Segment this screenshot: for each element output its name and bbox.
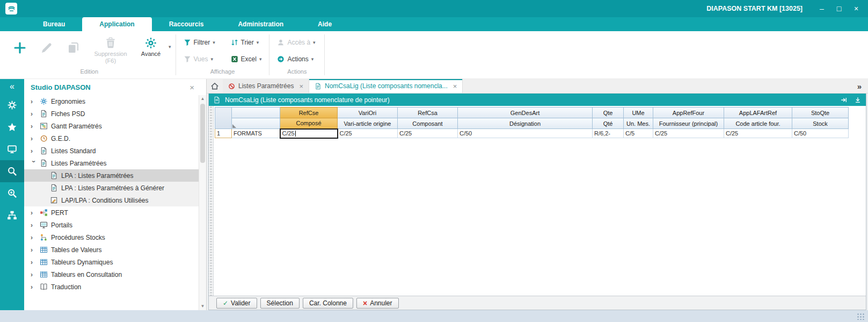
sort-button[interactable]: Trier ▾ (228, 35, 262, 49)
tree-item-fiches-psd[interactable]: ›Fiches PSD (24, 108, 206, 120)
grid-corner-cell[interactable] (215, 108, 232, 129)
panel-close-icon[interactable]: × (189, 83, 194, 92)
cell-r1-c9[interactable]: C/50 (792, 129, 849, 138)
activity-item-monitor[interactable] (0, 138, 24, 160)
column-sublabel-ume[interactable]: Un. Mes. (624, 118, 653, 129)
actions-dropdown-arrow[interactable]: ▾ (311, 56, 314, 62)
tree-item-traduction[interactable]: ›Traduction (24, 281, 206, 293)
export-icon[interactable] (854, 96, 862, 104)
activity-item-search[interactable] (0, 160, 24, 182)
car-colonne-button[interactable]: Car. Colonne (303, 298, 353, 309)
menu-item-aide[interactable]: Aide (301, 17, 349, 31)
tab-close-icon[interactable]: × (453, 82, 457, 90)
resize-grip[interactable] (857, 313, 865, 320)
column-header-refcsa[interactable]: RefCsa (398, 108, 458, 118)
column-header-stoqte[interactable]: StoQte (792, 108, 849, 118)
chevron-right-icon[interactable]: › (31, 98, 37, 105)
menu-item-raccourcis[interactable]: Raccourcis (152, 17, 221, 31)
cell-r1-c6[interactable]: C/5 (624, 129, 653, 138)
tree-item-listes-standard[interactable]: ›Listes Standard (24, 145, 206, 157)
s-lection-button[interactable]: Sélection (260, 298, 300, 309)
scrollbar-thumb[interactable] (200, 104, 205, 163)
goto-last-icon[interactable] (840, 96, 848, 104)
column-sublabel-refcse[interactable]: Composé (280, 118, 338, 129)
cell-r1-c4[interactable]: C/50 (458, 129, 593, 138)
filter-button[interactable]: Filtrer ▾ (180, 35, 227, 49)
activity-item-search-plus[interactable] (0, 182, 24, 204)
tree-item-portails[interactable]: ›Portails (24, 219, 206, 231)
home-tab-button[interactable] (207, 79, 223, 93)
sort-dropdown-arrow[interactable]: ▾ (257, 40, 259, 45)
close-button[interactable]: × (850, 4, 863, 13)
grid-vertical-scrollbar[interactable] (209, 106, 214, 296)
column-sublabel-variori[interactable]: Vari-article origine (338, 118, 398, 129)
add-button[interactable] (8, 35, 32, 60)
column-header-applafartref[interactable]: AppLAFArtRef (724, 108, 792, 118)
tab-listes-param-tr-es[interactable]: Listes Paramétrées× (223, 79, 309, 93)
column-header-refcse[interactable]: RefCse (280, 108, 338, 118)
filter-dropdown-arrow[interactable]: ▾ (213, 40, 215, 45)
column-sublabel-qte[interactable]: Qté (593, 118, 624, 129)
annuler-button[interactable]: ×Annuler (356, 298, 399, 309)
scroll-up-icon[interactable]: ▲ (199, 95, 206, 103)
cell-r1-c8[interactable]: C/25 (724, 129, 792, 138)
tab-nomcsalig-liste-composants-nom[interactable]: NomCsaLig (Liste composants nomencla...× (309, 79, 463, 93)
tree-item-lpa-listes-param-tr-es-g-n-rer[interactable]: LPA : Listes Paramétrées à Générer (24, 182, 206, 194)
cell-r1-c3[interactable]: C/25 (398, 129, 458, 138)
chevron-right-icon[interactable]: › (31, 135, 37, 142)
column-sublabel-stoqte[interactable]: Stock (792, 118, 849, 129)
column-header-appreffour[interactable]: AppRefFour (653, 108, 724, 118)
column-sublabel-applafartref[interactable]: Code article four. (724, 118, 792, 129)
activity-item-sitemap[interactable] (0, 204, 24, 226)
excel-button[interactable]: Excel ▾ (228, 52, 265, 66)
maximize-button[interactable]: □ (833, 4, 845, 13)
cell-r1-c0[interactable]: FORMATS (232, 129, 280, 138)
column-header-gendesart[interactable]: GenDesArt (458, 108, 593, 118)
chevron-right-icon[interactable]: › (31, 259, 37, 266)
menu-item-bureau[interactable]: Bureau (26, 17, 82, 31)
column-sublabel-refcsa[interactable]: Composant (398, 118, 458, 129)
menu-item-application[interactable]: Application (82, 17, 151, 31)
chevron-right-icon[interactable]: › (31, 283, 37, 291)
chevron-right-icon[interactable]: › (31, 110, 37, 118)
excel-dropdown-arrow[interactable]: ▾ (259, 56, 262, 62)
column-header-variori[interactable]: VariOri (338, 108, 398, 118)
chevron-right-icon[interactable]: › (31, 271, 37, 278)
chevron-right-icon[interactable]: › (31, 221, 37, 229)
cell-editor[interactable]: C/25 (280, 129, 338, 138)
chevron-right-icon[interactable]: › (31, 209, 37, 217)
tree-item-tableurs-dynamiques[interactable]: ›Tableurs Dynamiques (24, 256, 206, 268)
advanced-dropdown-arrow[interactable]: ▾ (169, 44, 171, 49)
cell-r1-c2[interactable]: C/25 (338, 129, 398, 138)
advanced-button[interactable]: Avancé (135, 35, 166, 58)
tree-item-lap-lpa-conditions-utilis-es[interactable]: LAP/LPA : Conditions Utilisées (24, 194, 206, 206)
column-header-ume[interactable]: UMe (624, 108, 653, 118)
chevron-right-icon[interactable]: › (31, 123, 37, 130)
tree-item-ergonomies[interactable]: ›Ergonomies (24, 95, 206, 108)
chevron-down-icon[interactable]: › (30, 160, 38, 166)
tab-overflow-button[interactable]: » (851, 79, 868, 93)
actions-button[interactable]: Actions ▾ (274, 52, 320, 66)
cell-r1-c7[interactable]: C/25 (653, 129, 724, 138)
tree-item-pert[interactable]: ›PERT (24, 206, 206, 219)
tree-item-listes-param-tr-es[interactable]: ›Listes Paramétrées (24, 157, 206, 169)
cell-r1-c5[interactable]: R/6,2- (593, 129, 624, 138)
chevron-right-icon[interactable]: › (31, 147, 37, 155)
collapse-panel-button[interactable]: « (0, 79, 24, 94)
valider-button[interactable]: ✓Valider (216, 298, 257, 309)
tree-item-tables-de-valeurs[interactable]: ›Tables de Valeurs (24, 244, 206, 256)
panel-scrollbar[interactable]: ▲ ▼ (199, 95, 206, 310)
minimize-button[interactable]: – (815, 4, 828, 13)
row-header-1[interactable]: 1 (215, 129, 232, 138)
tab-close-icon[interactable]: × (299, 82, 303, 90)
column-sublabel-blank[interactable] (232, 118, 280, 129)
chevron-right-icon[interactable]: › (31, 234, 37, 241)
chevron-right-icon[interactable]: › (31, 246, 37, 254)
column-sublabel-appreffour[interactable]: Fournisseur (principal) (653, 118, 724, 129)
menu-item-administration[interactable]: Administration (221, 17, 301, 31)
tree-item-gantt-param-tr-s[interactable]: ›Gantt Paramétrés (24, 120, 206, 132)
column-sublabel-gendesart[interactable]: Désignation (458, 118, 593, 129)
scroll-down-icon[interactable]: ▼ (199, 303, 206, 310)
activity-item-gear[interactable] (0, 94, 24, 116)
tree-item-tableurs-en-consultation[interactable]: ›Tableurs en Consultation (24, 268, 206, 281)
